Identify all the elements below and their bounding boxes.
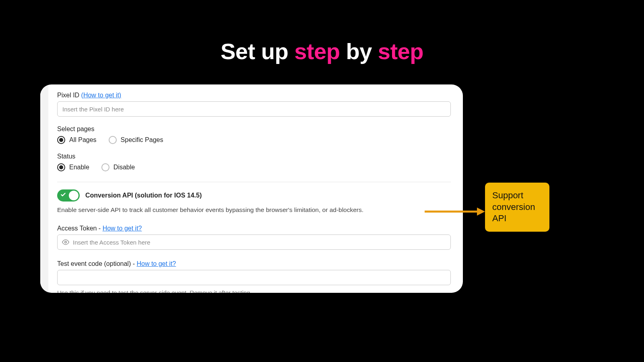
callout-text: Support conversion API — [492, 190, 535, 223]
svg-marker-2 — [477, 208, 485, 216]
radio-all-pages-label: All Pages — [69, 136, 97, 144]
radio-all-pages[interactable]: All Pages — [57, 136, 97, 144]
test-event-input[interactable] — [57, 270, 451, 285]
hero-text-1: Set up — [221, 39, 294, 64]
radio-specific-pages-label: Specific Pages — [121, 136, 163, 144]
select-pages-label: Select pages — [57, 125, 451, 133]
radio-icon-selected — [57, 163, 65, 171]
radio-icon-selected — [57, 136, 65, 144]
test-event-help-link[interactable]: How to get it? — [136, 260, 176, 267]
conversion-api-row: Conversion API (solution for IOS 14.5) — [57, 189, 451, 202]
eye-icon — [62, 239, 69, 246]
select-pages-group: All Pages Specific Pages — [57, 136, 451, 144]
hero-text-2: by — [340, 39, 378, 64]
callout-box: Support conversion API — [485, 183, 549, 232]
radio-icon-unselected — [101, 163, 109, 171]
toggle-knob — [69, 191, 78, 200]
radio-specific-pages[interactable]: Specific Pages — [109, 136, 163, 144]
pixel-id-label: Pixel ID — [57, 92, 81, 99]
test-event-hint: Use this if you need to test the server-… — [57, 289, 451, 293]
radio-enable[interactable]: Enable — [57, 163, 89, 171]
hero-title: Set up step by step — [0, 0, 644, 64]
test-event-label-row: Test event code (optional) - How to get … — [57, 260, 451, 267]
test-event-label: Test event code (optional) - — [57, 260, 136, 267]
status-label: Status — [57, 153, 451, 160]
radio-enable-label: Enable — [69, 164, 89, 171]
divider — [57, 182, 451, 182]
conversion-api-toggle[interactable] — [57, 189, 80, 202]
conversion-api-title: Conversion API (solution for IOS 14.5) — [85, 192, 202, 199]
radio-disable[interactable]: Disable — [101, 163, 135, 171]
access-token-help-link[interactable]: How to get it? — [103, 225, 142, 232]
pixel-id-help-link[interactable]: (How to get it) — [81, 92, 122, 99]
access-token-label-row: Access Token - How to get it? — [57, 225, 451, 232]
access-token-input-wrap — [57, 234, 451, 250]
access-token-input[interactable] — [57, 234, 451, 250]
radio-disable-label: Disable — [114, 164, 135, 171]
card-gutter — [40, 84, 48, 293]
radio-icon-unselected — [109, 136, 117, 144]
pixel-id-input[interactable] — [57, 101, 451, 117]
pixel-id-label-row: Pixel ID (How to get it) — [57, 92, 451, 99]
conversion-api-description: Enable server-side API to track all cust… — [57, 206, 451, 214]
status-group: Enable Disable — [57, 163, 451, 171]
check-icon — [60, 192, 66, 199]
svg-point-0 — [65, 241, 67, 243]
card-body: Pixel ID (How to get it) Select pages Al… — [48, 84, 463, 293]
access-token-label: Access Token - — [57, 225, 103, 232]
hero-accent-2: step — [378, 39, 423, 64]
hero-accent-1: step — [294, 39, 340, 64]
settings-card: Pixel ID (How to get it) Select pages Al… — [40, 84, 463, 293]
